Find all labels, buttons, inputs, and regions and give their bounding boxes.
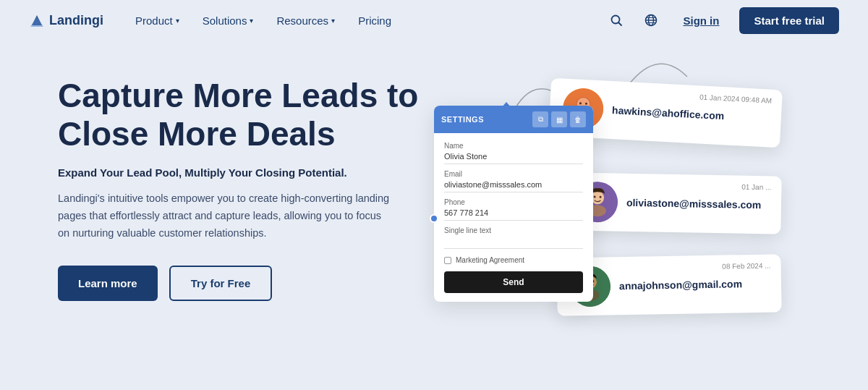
header-icons: ⧉ ▦ 🗑 [532,111,586,127]
nav-right: Sign in Start free trial [605,7,839,34]
language-button[interactable] [639,9,663,32]
globe-icon [644,14,658,27]
hero-subtitle: Expand Your Lead Pool, Multiply Your Clo… [58,166,420,179]
trash-icon-btn[interactable]: 🗑 [570,111,586,127]
logo[interactable]: Landingi [29,12,103,28]
send-button[interactable]: Send [444,271,583,293]
lead-info-1: hawkins@ahoffice.com [612,104,769,124]
lead-timestamp-2: 01 Jan ... [741,183,771,192]
nav-links: Product ▾ Solutions ▾ Resources ▾ Pricin… [127,10,605,31]
navbar: Landingi Product ▾ Solutions ▾ Resources… [0,0,868,41]
try-free-button[interactable]: Try for Free [169,266,273,301]
hero-section: Capture More Leads to Close More Deals E… [0,41,868,390]
chevron-down-icon: ▾ [176,17,179,25]
form-card-header: SETTINGS ⧉ ▦ 🗑 [434,106,593,133]
layout-icon-btn[interactable]: ▦ [551,111,567,127]
svg-line-3 [619,23,622,26]
lead-email-1: hawkins@ahoffice.com [612,104,769,124]
lead-card-2: oliviastone@misssales.com 01 Jan ... [563,172,781,234]
search-button[interactable] [605,9,628,32]
form-name-label: Name [444,142,583,150]
logo-icon [29,12,45,28]
settings-label: SETTINGS [441,115,528,124]
svg-point-2 [612,16,620,24]
lead-email-2: oliviastone@misssales.com [626,197,768,211]
form-checkbox-row: Marketing Agreement [444,256,583,264]
nav-item-resources[interactable]: Resources ▾ [268,10,344,31]
form-connector-dot [430,214,438,223]
lead-info-3: annajohnson@gmail.com [619,278,768,292]
lead-email-3: annajohnson@gmail.com [619,278,768,292]
form-card: SETTINGS ⧉ ▦ 🗑 Name Olivia Stone Email o… [434,106,593,302]
search-icon [610,14,623,27]
nav-item-pricing[interactable]: Pricing [349,10,400,31]
sign-in-button[interactable]: Sign in [674,10,728,31]
lead-timestamp-3: 08 Feb 2024 ... [722,262,770,271]
hero-title: Capture More Leads to Close More Deals [58,77,420,153]
svg-marker-1 [30,17,43,27]
lead-info-2: oliviastone@misssales.com [626,197,768,211]
form-name-value: Olivia Stone [444,152,583,164]
form-text-label: Single line text [444,226,583,234]
nav-item-solutions[interactable]: Solutions ▾ [194,10,263,31]
chevron-down-icon: ▾ [250,17,253,25]
chevron-down-icon: ▾ [331,17,335,25]
hero-actions: Learn more Try for Free [58,266,420,301]
start-trial-button[interactable]: Start free trial [739,7,839,34]
logo-text: Landingi [49,13,103,28]
nav-item-product[interactable]: Product ▾ [127,10,188,31]
form-phone-value: 567 778 214 [444,208,583,221]
form-card-body: Name Olivia Stone Email oliviastone@miss… [434,133,593,302]
form-email-value: oliviastone@misssales.com [444,180,583,192]
form-text-value [444,237,583,249]
hero-left: Capture More Leads to Close More Deals E… [58,62,420,301]
hero-body: Landingi's intuitive tools empower you t… [58,190,391,242]
hero-illustration: SETTINGS ⧉ ▦ 🗑 Name Olivia Stone Email o… [420,62,839,390]
lead-timestamp-1: 01 Jan 2024 09:48 AM [699,93,773,104]
marketing-checkbox[interactable] [444,257,451,264]
learn-more-button[interactable]: Learn more [58,266,158,301]
form-phone-label: Phone [444,198,583,206]
form-email-label: Email [444,170,583,178]
copy-icon-btn[interactable]: ⧉ [532,111,548,127]
marketing-label: Marketing Agreement [456,256,524,264]
